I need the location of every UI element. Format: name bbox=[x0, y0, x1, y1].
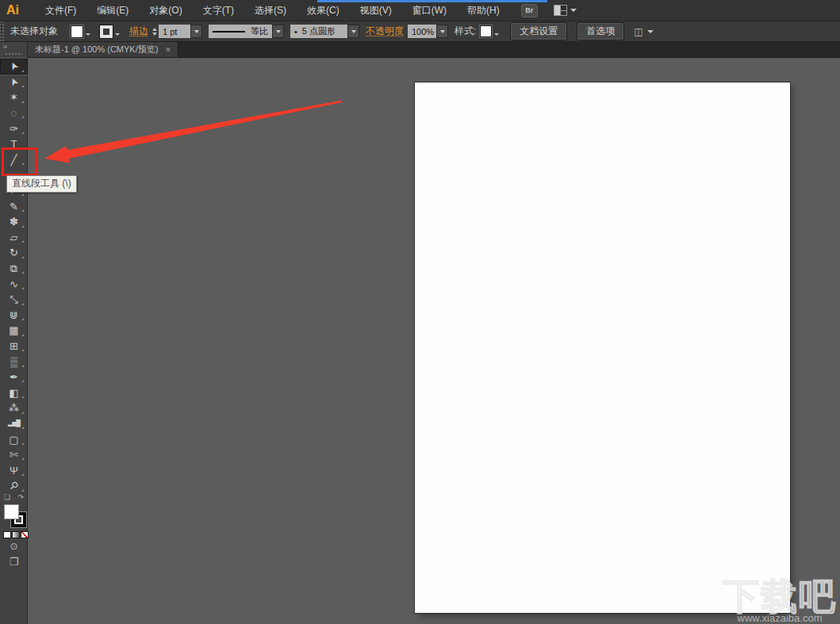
width-profile-dropdown[interactable] bbox=[272, 25, 284, 38]
menu-item-1[interactable]: 文件(F) bbox=[35, 1, 86, 20]
chevron-down-icon bbox=[570, 9, 577, 12]
document-tab[interactable]: 未标题-1 @ 100% (CMYK/预览) × bbox=[28, 42, 178, 57]
document-setup-button[interactable]: 文档设置 bbox=[510, 22, 567, 40]
fill-color-indicator[interactable] bbox=[4, 504, 19, 519]
panel-menu-icon: ◫ bbox=[634, 26, 642, 37]
menu-item-7[interactable]: 视图(V) bbox=[350, 1, 402, 20]
shape-builder-tool-icon: ⋓ bbox=[10, 310, 18, 320]
scale-tool-icon: ⧉ bbox=[10, 263, 17, 274]
brush-bullet-icon: • bbox=[294, 27, 297, 36]
swap-fill-stroke-icon[interactable]: ↷ bbox=[17, 493, 24, 501]
toolbar-drag-grip[interactable] bbox=[5, 52, 22, 56]
selection-status: 未选择对象 bbox=[10, 25, 58, 38]
brush-label: 5 点圆形 bbox=[302, 25, 336, 37]
menu-item-2[interactable]: 编辑(E) bbox=[86, 1, 139, 20]
width-profile-select[interactable]: 等比 bbox=[209, 25, 272, 38]
chevron-down-icon bbox=[115, 33, 120, 36]
close-icon[interactable]: × bbox=[165, 45, 171, 55]
workspace-layout-icon bbox=[554, 5, 567, 16]
gradient-button[interactable] bbox=[12, 531, 20, 538]
menu-items: 文件(F)编辑(E)对象(O)文字(T)选择(S)效果(C)视图(V)窗口(W)… bbox=[35, 1, 510, 20]
drawing-mode-icon[interactable]: ⊙ bbox=[0, 541, 28, 552]
eyedropper-tool[interactable]: ✒ bbox=[0, 369, 28, 385]
mesh-tool[interactable]: ⊞ bbox=[0, 339, 28, 354]
fill-color-control[interactable] bbox=[71, 25, 92, 38]
blend-tool[interactable]: ◧ bbox=[0, 385, 28, 400]
eraser-tool[interactable]: ▱ bbox=[0, 230, 28, 246]
stroke-width-stepper[interactable] bbox=[152, 28, 157, 36]
artboard-canvas[interactable] bbox=[415, 82, 790, 613]
chevron-down-icon bbox=[647, 30, 654, 33]
none-button[interactable] bbox=[21, 531, 29, 538]
control-bar-grip[interactable] bbox=[0, 21, 6, 41]
stroke-color-control[interactable] bbox=[100, 25, 121, 38]
opacity-dropdown[interactable] bbox=[436, 25, 448, 38]
stroke-width-dropdown[interactable] bbox=[190, 25, 202, 38]
gradient-tool-icon: ▒ bbox=[10, 357, 17, 367]
opacity-panel-link[interactable]: 不透明度 bbox=[366, 25, 404, 38]
chevron-down-icon bbox=[194, 30, 199, 33]
zoom-tool[interactable]: ⚲ bbox=[0, 478, 28, 494]
magic-wand-tool[interactable]: ✶ bbox=[0, 90, 28, 105]
width-tool[interactable]: ∿ bbox=[0, 276, 28, 292]
zoom-tool-icon: ⚲ bbox=[8, 480, 21, 492]
menu-item-3[interactable]: 对象(O) bbox=[139, 1, 192, 20]
menu-item-6[interactable]: 效果(C) bbox=[297, 1, 350, 20]
stepper-up-icon bbox=[152, 28, 157, 31]
menu-item-4[interactable]: 文字(T) bbox=[193, 1, 244, 20]
style-swatch[interactable] bbox=[480, 25, 492, 37]
stroke-swatch[interactable] bbox=[100, 25, 113, 38]
symbol-sprayer-tool[interactable]: ⁂ bbox=[0, 400, 28, 416]
opacity-input[interactable]: 100% bbox=[408, 25, 436, 38]
tools-panel: » ➤➤✶◌✑T╱▭✐✎✽▱↻⧉∿⤡⋓▦⊞▒✒◧⁂▂▅█▢✄Ψ⚲ ❏ ↷ ⊙ ❐ bbox=[0, 42, 28, 624]
style-dropdown[interactable] bbox=[492, 25, 501, 38]
column-graph-tool[interactable]: ▂▅█ bbox=[0, 416, 28, 432]
slice-tool[interactable]: ✄ bbox=[0, 447, 28, 463]
default-fill-stroke-icon[interactable]: ❏ bbox=[4, 493, 10, 501]
hand-tool-icon: Ψ bbox=[10, 465, 18, 476]
chevron-down-icon bbox=[86, 33, 90, 36]
stroke-dropdown[interactable] bbox=[113, 25, 121, 38]
app-logo: Ai bbox=[6, 3, 19, 17]
free-transform-tool[interactable]: ⤡ bbox=[0, 292, 28, 308]
preferences-button[interactable]: 首选项 bbox=[577, 22, 624, 40]
color-type-row bbox=[3, 531, 29, 538]
fill-swatch[interactable] bbox=[71, 25, 83, 38]
scale-tool[interactable]: ⧉ bbox=[0, 261, 28, 277]
chevron-down-icon bbox=[494, 33, 499, 36]
menu-item-8[interactable]: 窗口(W) bbox=[402, 1, 457, 20]
profile-line-icon bbox=[213, 31, 245, 33]
menu-item-5[interactable]: 选择(S) bbox=[244, 1, 297, 20]
free-transform-tool-icon: ⤡ bbox=[10, 294, 17, 304]
brush-dropdown[interactable] bbox=[347, 25, 359, 38]
direct-selection-tool[interactable]: ➤ bbox=[0, 75, 28, 90]
pen-tool[interactable]: ✑ bbox=[0, 121, 28, 136]
screen-mode-icon[interactable]: ❐ bbox=[0, 556, 28, 568]
lasso-tool-icon: ◌ bbox=[11, 108, 17, 118]
perspective-grid-tool[interactable]: ▦ bbox=[0, 323, 28, 339]
rotate-tool[interactable]: ↻ bbox=[0, 245, 28, 261]
pencil-tool[interactable]: ✎ bbox=[0, 198, 28, 214]
bridge-button[interactable]: Br bbox=[521, 4, 538, 17]
shape-builder-tool[interactable]: ⋓ bbox=[0, 308, 28, 323]
rotate-tool-icon: ↻ bbox=[10, 247, 18, 258]
hand-tool[interactable]: Ψ bbox=[0, 462, 28, 478]
chevron-down-icon bbox=[440, 30, 445, 33]
lasso-tool[interactable]: ◌ bbox=[0, 105, 28, 121]
column-graph-tool-icon: ▂▅█ bbox=[8, 420, 20, 427]
artboard-tool[interactable]: ▢ bbox=[0, 431, 28, 447]
toolbar-collapse-button[interactable]: » bbox=[3, 43, 6, 51]
color-button[interactable] bbox=[3, 531, 11, 538]
tool-tooltip: 直线段工具 (\) bbox=[6, 175, 77, 193]
selection-tool[interactable]: ➤ bbox=[0, 59, 28, 75]
blob-brush-tool[interactable]: ✽ bbox=[0, 214, 28, 230]
brush-select[interactable]: • 5 点圆形 bbox=[290, 25, 347, 38]
stroke-width-input[interactable]: 1 pt bbox=[159, 25, 190, 38]
pencil-tool-icon: ✎ bbox=[10, 201, 18, 212]
fill-dropdown[interactable] bbox=[83, 25, 92, 38]
control-panel-menu[interactable]: ◫ bbox=[634, 26, 653, 37]
gradient-tool[interactable]: ▒ bbox=[0, 354, 28, 369]
workspace-switcher-button[interactable] bbox=[554, 5, 577, 16]
stroke-panel-link[interactable]: 描边 bbox=[129, 25, 148, 38]
menu-item-9[interactable]: 帮助(H) bbox=[457, 1, 510, 20]
